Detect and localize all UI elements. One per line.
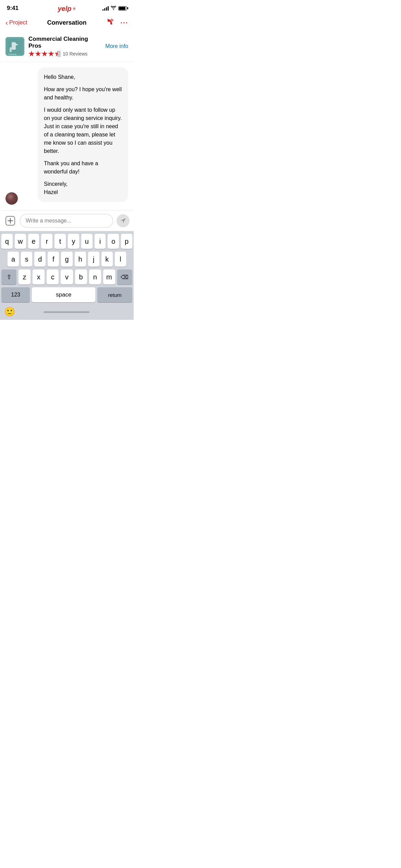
attach-button[interactable]	[4, 215, 16, 227]
yelp-logo: yelp ✳	[58, 5, 76, 13]
sender-avatar	[5, 192, 18, 205]
key-h[interactable]: h	[75, 252, 86, 267]
star-5-half	[54, 51, 61, 57]
key-p[interactable]: p	[121, 234, 132, 249]
send-button[interactable]	[117, 214, 130, 227]
message-input-area	[0, 210, 134, 231]
business-info: Commercial Cleaning Pros 10 Reviews	[28, 36, 102, 57]
key-t[interactable]: t	[54, 234, 66, 249]
phone-call-button[interactable]	[104, 17, 115, 28]
keyboard[interactable]: q w e r t y u i o p a s d f g h j k l ⇧ …	[0, 231, 134, 320]
greeting: Hello Shane,	[44, 73, 122, 81]
closing: Sincerely,Hazel	[44, 180, 122, 196]
keyboard-row-1: q w e r t y u i o p	[1, 234, 132, 249]
key-q[interactable]: q	[1, 234, 13, 249]
nav-actions: ···	[104, 17, 128, 28]
message-bubble: Hello Shane, How are you? I hope you're …	[38, 68, 128, 202]
key-a[interactable]: a	[8, 252, 19, 267]
svg-rect-4	[15, 44, 18, 45]
key-v[interactable]: v	[61, 269, 73, 285]
review-count: 10 Reviews	[63, 51, 87, 57]
more-info-button[interactable]: More info	[105, 43, 128, 49]
star-3	[41, 51, 48, 57]
key-k[interactable]: k	[101, 252, 113, 267]
message-text: Hello Shane, How are you? I hope you're …	[44, 73, 122, 196]
battery-icon	[118, 6, 127, 11]
key-x[interactable]: x	[33, 269, 45, 285]
star-rating	[28, 51, 61, 57]
numbers-key[interactable]: 123	[1, 287, 30, 302]
key-r[interactable]: r	[41, 234, 52, 249]
keyboard-row-4: 123 space return	[1, 287, 132, 302]
business-header: Cleaning Commercial Cleaning Pros 10 Rev…	[0, 32, 134, 62]
key-i[interactable]: i	[95, 234, 106, 249]
key-g[interactable]: g	[61, 252, 72, 267]
app-name-label: yelp	[58, 5, 71, 13]
paragraph3: Thank you and have a wonderful day!	[44, 159, 122, 176]
key-o[interactable]: o	[108, 234, 119, 249]
home-indicator	[44, 311, 89, 313]
star-4	[48, 51, 54, 57]
key-j[interactable]: j	[88, 252, 99, 267]
keyboard-row-3: ⇧ z x c v b n m ⌫	[1, 269, 132, 285]
delete-key[interactable]: ⌫	[117, 269, 132, 285]
back-button[interactable]: ‹ Project	[5, 19, 27, 26]
svg-rect-3	[12, 42, 16, 50]
key-m[interactable]: m	[103, 269, 115, 285]
wifi-icon	[111, 5, 116, 11]
status-bar: 9:41 yelp ✳	[0, 0, 134, 14]
star-1	[28, 51, 35, 57]
business-name: Commercial Cleaning Pros	[28, 36, 102, 49]
svg-text:Cleaning: Cleaning	[8, 53, 16, 55]
svg-rect-5	[10, 47, 12, 52]
paragraph1: How are you? I hope you're well and heal…	[44, 85, 122, 102]
key-w[interactable]: w	[15, 234, 26, 249]
keyboard-row-2: a s d f g h j k l	[1, 252, 132, 267]
page-title: Conversation	[47, 19, 86, 26]
key-d[interactable]: d	[34, 252, 46, 267]
key-z[interactable]: z	[19, 269, 31, 285]
key-c[interactable]: c	[47, 269, 59, 285]
key-b[interactable]: b	[75, 269, 87, 285]
key-e[interactable]: e	[28, 234, 39, 249]
yelp-burst-icon: ✳	[72, 6, 76, 11]
shift-key[interactable]: ⇧	[1, 269, 16, 285]
keyboard-bottom: 🙂	[1, 305, 132, 318]
star-2	[35, 51, 41, 57]
emoji-button[interactable]: 🙂	[4, 306, 15, 317]
key-f[interactable]: f	[48, 252, 59, 267]
back-label: Project	[9, 19, 27, 26]
signal-icon	[102, 6, 109, 11]
key-y[interactable]: y	[68, 234, 79, 249]
return-key[interactable]: return	[97, 287, 132, 302]
chevron-left-icon: ‹	[5, 19, 8, 26]
paragraph2: I would only want to follow up on your c…	[44, 106, 122, 155]
business-avatar: Cleaning	[5, 37, 24, 56]
key-u[interactable]: u	[81, 234, 93, 249]
key-n[interactable]: n	[89, 269, 101, 285]
chat-area: Hello Shane, How are you? I hope you're …	[0, 62, 134, 210]
nav-bar: ‹ Project Conversation ···	[0, 14, 134, 32]
key-s[interactable]: s	[21, 252, 32, 267]
space-key[interactable]: space	[32, 287, 95, 302]
more-options-button[interactable]: ···	[120, 19, 128, 27]
status-time: 9:41	[7, 5, 19, 12]
message-wrapper: Hello Shane, How are you? I hope you're …	[5, 68, 128, 205]
message-input[interactable]	[20, 214, 113, 228]
key-l[interactable]: l	[115, 252, 126, 267]
rating-row: 10 Reviews	[28, 51, 102, 57]
status-icons	[102, 5, 127, 11]
